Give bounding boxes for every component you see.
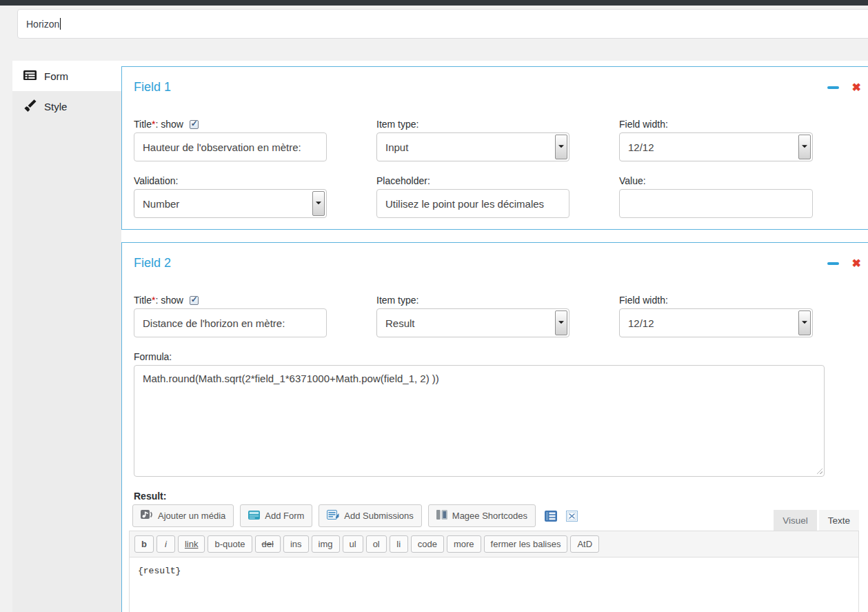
qt-img-button[interactable]: img xyxy=(312,535,340,553)
field-width-select[interactable]: 12/12 xyxy=(619,132,813,161)
left-gutter xyxy=(0,61,12,612)
sidebar: Form Style xyxy=(12,61,121,612)
close-icon[interactable]: ✖ xyxy=(852,258,861,269)
validation-select[interactable]: Number xyxy=(134,189,327,218)
chevron-down-icon xyxy=(555,135,567,159)
qt-bquote-button[interactable]: b-quote xyxy=(208,535,252,553)
result-content-textarea[interactable]: {result} xyxy=(130,557,858,612)
field-width-select[interactable]: 12/12 xyxy=(619,308,813,337)
sidebar-item-style[interactable]: Style xyxy=(12,91,121,121)
title-show-label: Title*: show xyxy=(134,295,327,308)
nex-forms-icon[interactable] xyxy=(545,511,557,522)
result-label: Result: xyxy=(134,491,868,503)
qt-close-tags-button[interactable]: fermer les balises xyxy=(484,535,568,553)
admin-bar xyxy=(0,0,868,6)
field-panel-title: Field 1 xyxy=(134,79,868,95)
formula-label: Formula: xyxy=(134,351,868,365)
qt-more-button[interactable]: more xyxy=(447,535,481,553)
field-width-label: Field width: xyxy=(619,295,813,308)
qt-ul-button[interactable]: ul xyxy=(343,535,363,553)
x-box-icon[interactable] xyxy=(566,511,578,522)
qt-italic-button[interactable]: i xyxy=(157,535,175,553)
sidebar-item-label: Form xyxy=(44,70,68,82)
qt-ins-button[interactable]: ins xyxy=(283,535,309,553)
field-panel-2: ✖ Field 2 Title*: show Item type: Result xyxy=(121,242,868,612)
show-title-checkbox[interactable] xyxy=(190,296,199,305)
qt-li-button[interactable]: li xyxy=(390,535,408,553)
close-icon[interactable]: ✖ xyxy=(852,82,861,93)
sidebar-item-label: Style xyxy=(44,101,67,112)
media-icon xyxy=(141,509,153,522)
form-builder-main: ✖ Field 1 Title*: show Item type: Input xyxy=(121,61,868,612)
qt-link-button[interactable]: link xyxy=(178,535,205,553)
value-label: Value: xyxy=(619,175,813,189)
add-submissions-button[interactable]: Add Submissions xyxy=(319,504,421,527)
chevron-down-icon xyxy=(312,191,325,216)
form-window-icon xyxy=(248,511,260,522)
tab-visuel[interactable]: Visuel xyxy=(774,510,817,531)
add-form-button[interactable]: Add Form xyxy=(240,504,312,527)
chevron-down-icon xyxy=(798,135,811,159)
validation-label: Validation: xyxy=(134,175,327,189)
tab-texte[interactable]: Texte xyxy=(819,510,859,531)
result-editor: Ajouter un média Add Form xyxy=(129,504,859,612)
qt-code-button[interactable]: code xyxy=(411,535,444,553)
form-name-value: Horizon xyxy=(26,19,59,30)
field-panel-1: ✖ Field 1 Title*: show Item type: Input xyxy=(121,66,868,230)
qt-ol-button[interactable]: ol xyxy=(366,535,387,553)
add-media-button[interactable]: Ajouter un média xyxy=(132,504,234,527)
text-caret xyxy=(60,18,61,30)
placeholder-input[interactable] xyxy=(376,189,569,218)
magee-shortcodes-button[interactable]: Magee Shortcodes xyxy=(428,504,536,527)
shortcodes-icon xyxy=(436,510,447,522)
sidebar-item-form[interactable]: Form xyxy=(12,61,121,91)
field-panel-title: Field 2 xyxy=(134,255,868,270)
item-type-select[interactable]: Result xyxy=(376,308,569,337)
field-title-input[interactable] xyxy=(134,308,327,337)
form-icon xyxy=(23,70,37,82)
title-show-label: Title*: show xyxy=(134,119,327,132)
value-input[interactable] xyxy=(619,189,813,218)
qt-del-button[interactable]: del xyxy=(255,535,281,553)
qt-bold-button[interactable]: b xyxy=(134,535,154,553)
chevron-down-icon xyxy=(555,310,567,335)
formula-textarea[interactable]: Math.round(Math.sqrt(2*field_1*6371000+M… xyxy=(134,365,825,477)
placeholder-label: Placeholder: xyxy=(376,175,569,189)
qt-atd-button[interactable]: AtD xyxy=(570,535,599,553)
workspace: Form Style ✖ Field 1 Title*: show xyxy=(0,61,868,612)
field-width-label: Field width: xyxy=(619,119,813,132)
show-title-checkbox[interactable] xyxy=(190,120,199,129)
chevron-down-icon xyxy=(798,310,811,335)
item-type-label: Item type: xyxy=(376,119,569,132)
brush-icon xyxy=(23,99,37,114)
minus-icon[interactable] xyxy=(827,262,839,265)
submissions-icon xyxy=(327,510,339,522)
form-name-input[interactable]: Horizon xyxy=(17,9,868,39)
minus-icon[interactable] xyxy=(827,86,839,89)
quicktags-toolbar: b i link b-quote del ins img ul ol li co… xyxy=(130,531,858,557)
field-title-input[interactable] xyxy=(134,132,327,161)
item-type-select[interactable]: Input xyxy=(376,132,569,161)
item-type-label: Item type: xyxy=(376,295,569,308)
